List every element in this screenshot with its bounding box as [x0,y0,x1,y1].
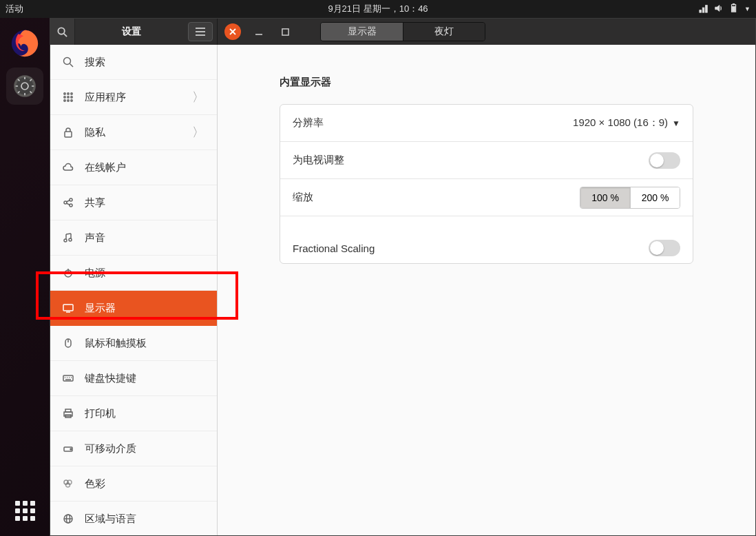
sidebar-item-privacy[interactable]: 隐私 〉 [50,115,217,150]
dock-settings[interactable] [6,68,43,105]
top-panel: 活动 9月21日 星期一，10：46 ▼ [0,0,756,18]
power-icon [63,267,74,278]
sidebar: 搜索 应用程序 〉 隐私 〉 在线帐户 共享 声音 [50,45,218,535]
apps-grid-icon [15,501,35,521]
sidebar-item-label: 搜索 [85,56,105,69]
activities-button[interactable]: 活动 [6,3,23,15]
tab-switcher: 显示器 夜灯 [320,22,485,41]
sidebar-item-label: 可移动介质 [85,442,136,455]
svg-point-32 [70,198,72,201]
svg-point-19 [64,58,71,65]
sidebar-item-displays[interactable]: 显示器 [50,291,217,326]
sidebar-item-label: 鼠标和触摸板 [85,337,147,350]
sidebar-item-search[interactable]: 搜索 [50,45,217,80]
sidebar-item-label: 区域与语言 [85,513,136,526]
main-panel: 内置显示器 分辨率 1920 × 1080 (16：9) ▼ 为电视调整 缩放 … [218,45,755,535]
svg-line-35 [67,203,70,205]
svg-point-26 [71,96,72,98]
settings-window: 设置 显示器 夜灯 搜索 [50,18,756,536]
sidebar-item-removable-media[interactable]: 可移动介质 [50,431,217,466]
row-label: 缩放 [293,191,580,204]
chevron-right-icon: 〉 [192,89,204,105]
battery-icon [729,3,739,15]
clock[interactable]: 9月21日 星期一，10：46 [328,3,428,15]
sidebar-item-sharing[interactable]: 共享 [50,185,217,220]
svg-line-34 [67,200,70,203]
svg-point-29 [71,100,72,101]
mouse-icon [63,338,74,349]
window-maximize-button[interactable] [277,23,293,40]
dock-apps-button[interactable] [6,492,43,529]
sidebar-item-keyboard[interactable]: 键盘快捷键 [50,361,217,396]
window-title: 设置 [75,25,188,38]
row-tv-adjust: 为电视调整 [280,142,693,179]
svg-point-10 [58,28,64,34]
scale-200-button[interactable]: 200 % [630,187,680,208]
dock-firefox[interactable] [6,25,43,62]
sidebar-item-sound[interactable]: 声音 [50,220,217,256]
svg-point-24 [64,96,65,98]
drive-icon [63,443,74,454]
svg-point-28 [67,100,69,101]
chevron-down-icon: ▼ [744,6,750,12]
dock [0,18,50,536]
resolution-value: 1920 × 1080 (16：9) [573,116,668,130]
row-scale: 缩放 100 % 200 % [280,179,693,216]
window-close-button[interactable] [224,23,241,40]
grid-icon [63,92,74,103]
sidebar-item-color[interactable]: 色彩 [50,466,217,502]
section-title: 内置显示器 [280,76,693,89]
tab-nightlight[interactable]: 夜灯 [403,23,485,41]
svg-line-20 [70,64,74,68]
sidebar-item-label: 色彩 [85,477,105,491]
row-label: 为电视调整 [293,154,649,167]
sidebar-item-label: 声音 [85,231,105,245]
share-icon [63,197,74,208]
printer-icon [63,408,74,419]
sidebar-item-label: 键盘快捷键 [85,372,136,385]
status-tray[interactable]: ▼ [699,3,750,15]
svg-rect-30 [65,132,72,137]
hamburger-menu-button[interactable] [188,22,213,41]
svg-line-11 [64,33,67,36]
svg-rect-40 [63,305,73,311]
row-resolution[interactable]: 分辨率 1920 × 1080 (16：9) ▼ [280,105,693,142]
chevron-right-icon: 〉 [192,124,204,141]
headerbar-left: 设置 [50,19,218,45]
svg-rect-5 [732,6,735,11]
sidebar-item-region[interactable]: 区域与语言 [50,502,217,535]
window-minimize-button[interactable] [251,23,267,40]
sidebar-item-label: 隐私 [85,126,105,139]
sidebar-item-label: 电源 [85,267,105,280]
svg-point-54 [70,449,72,450]
svg-rect-0 [700,10,702,12]
sidebar-item-printers[interactable]: 打印机 [50,396,217,431]
sidebar-item-mouse[interactable]: 鼠标和触摸板 [50,326,217,361]
svg-rect-4 [733,3,735,5]
keyboard-icon [63,373,74,384]
svg-rect-1 [702,8,704,12]
svg-rect-2 [706,5,708,12]
header-search-button[interactable] [50,19,75,45]
headerbar-right: 显示器 夜灯 [218,19,755,45]
scale-segmented: 100 % 200 % [580,187,680,209]
row-label: 分辨率 [293,116,573,130]
tab-displays[interactable]: 显示器 [321,23,403,41]
search-icon [63,56,74,68]
row-fractional-scaling: Fractional Scaling [280,216,693,263]
tv-adjust-toggle[interactable] [649,152,680,169]
svg-point-33 [70,204,72,207]
sidebar-item-applications[interactable]: 应用程序 〉 [50,80,217,115]
lock-icon [63,127,74,138]
sidebar-item-label: 应用程序 [85,91,126,104]
sidebar-item-power[interactable]: 电源 [50,256,217,291]
svg-point-36 [64,239,67,242]
sidebar-item-online-accounts[interactable]: 在线帐户 [50,150,217,185]
display-icon [63,302,74,313]
settings-list: 分辨率 1920 × 1080 (16：9) ▼ 为电视调整 缩放 100 % … [280,104,693,264]
fractional-scaling-toggle[interactable] [649,240,680,256]
network-icon [699,3,708,15]
svg-point-27 [64,100,65,101]
sidebar-item-label: 显示器 [85,302,116,315]
scale-100-button[interactable]: 100 % [580,187,630,208]
